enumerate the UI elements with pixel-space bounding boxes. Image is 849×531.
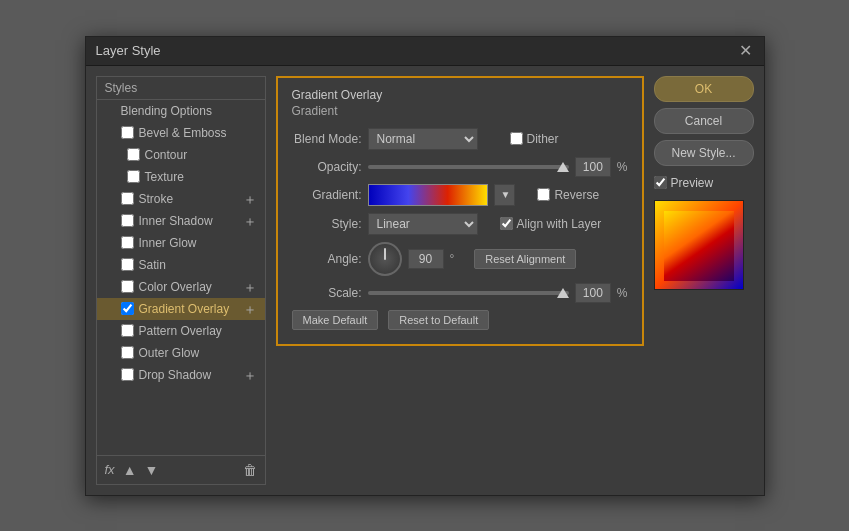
inner-glow-label: Inner Glow <box>139 236 197 250</box>
blend-mode-select[interactable]: Normal Multiply Screen Overlay <box>368 128 478 150</box>
scale-slider-container <box>368 291 569 295</box>
inner-glow-checkbox[interactable] <box>121 236 134 249</box>
align-with-layer-label: Align with Layer <box>517 217 602 231</box>
bevel-checkbox[interactable] <box>121 126 134 139</box>
color-overlay-label: Color Overlay <box>139 280 212 294</box>
opacity-label: Opacity: <box>292 160 362 174</box>
stroke-plus-icon[interactable]: ＋ <box>243 192 257 206</box>
opacity-slider-track <box>368 165 569 169</box>
opacity-input[interactable] <box>575 157 611 177</box>
texture-checkbox[interactable] <box>127 170 140 183</box>
reverse-checkbox[interactable] <box>537 188 550 201</box>
sidebar-item-gradient-overlay[interactable]: Gradient Overlay ＋ <box>97 298 265 320</box>
preview-checkbox[interactable] <box>654 176 667 189</box>
scale-pct: % <box>617 286 628 300</box>
satin-checkbox[interactable] <box>121 258 134 271</box>
section-bottom-buttons: Make Default Reset to Default <box>292 310 628 330</box>
texture-label: Texture <box>145 170 184 184</box>
contour-label: Contour <box>145 148 188 162</box>
sidebar-item-inner-shadow[interactable]: Inner Shadow ＋ <box>97 210 265 232</box>
sidebar-item-inner-glow[interactable]: Inner Glow <box>97 232 265 254</box>
scale-slider-thumb[interactable] <box>557 288 569 298</box>
fx-label: fx <box>105 462 115 477</box>
drop-shadow-plus-icon[interactable]: ＋ <box>243 368 257 382</box>
opacity-row: Opacity: % <box>292 157 628 177</box>
move-up-button[interactable]: ▲ <box>123 462 137 478</box>
gradient-overlay-label: Gradient Overlay <box>139 302 230 316</box>
bevel-label: Bevel & Emboss <box>139 126 227 140</box>
outer-glow-label: Outer Glow <box>139 346 200 360</box>
angle-dial[interactable] <box>368 242 402 276</box>
dither-label: Dither <box>527 132 559 146</box>
degree-symbol: ° <box>450 252 455 266</box>
contour-checkbox[interactable] <box>127 148 140 161</box>
align-with-layer-row: Align with Layer <box>500 217 602 231</box>
section-header: Gradient Overlay <box>292 88 628 102</box>
gradient-overlay-plus-icon[interactable]: ＋ <box>243 302 257 316</box>
pattern-overlay-checkbox[interactable] <box>121 324 134 337</box>
inner-shadow-checkbox[interactable] <box>121 214 134 227</box>
scale-label: Scale: <box>292 286 362 300</box>
preview-row: Preview <box>654 176 754 190</box>
make-default-button[interactable]: Make Default <box>292 310 379 330</box>
blend-mode-row: Blend Mode: Normal Multiply Screen Overl… <box>292 128 628 150</box>
layer-style-dialog: Layer Style ✕ Styles Blending Options Be… <box>85 36 765 496</box>
dither-checkbox[interactable] <box>510 132 523 145</box>
blend-mode-label: Blend Mode: <box>292 132 362 146</box>
gradient-overlay-checkbox[interactable] <box>121 302 134 315</box>
opacity-slider-container <box>368 165 569 169</box>
sidebar-item-pattern-overlay[interactable]: Pattern Overlay <box>97 320 265 342</box>
close-button[interactable]: ✕ <box>737 43 754 59</box>
reset-to-default-button[interactable]: Reset to Default <box>388 310 489 330</box>
move-down-button[interactable]: ▼ <box>144 462 158 478</box>
left-panel: Styles Blending Options Bevel & Emboss C… <box>96 76 266 485</box>
dither-row: Dither <box>510 132 559 146</box>
color-overlay-checkbox[interactable] <box>121 280 134 293</box>
angle-row: Angle: ° Reset Alignment <box>292 242 628 276</box>
left-panel-bottom: fx ▲ ▼ 🗑 <box>97 455 265 484</box>
gradient-bar[interactable] <box>368 184 488 206</box>
main-panel: Gradient Overlay Gradient Blend Mode: No… <box>276 76 644 485</box>
pattern-overlay-label: Pattern Overlay <box>139 324 222 338</box>
drop-shadow-checkbox[interactable] <box>121 368 134 381</box>
dialog-title: Layer Style <box>96 43 161 58</box>
gradient-dropdown[interactable]: ▼ <box>494 184 516 206</box>
scale-slider-track <box>368 291 569 295</box>
inner-shadow-plus-icon[interactable]: ＋ <box>243 214 257 228</box>
reverse-row: Reverse <box>537 188 599 202</box>
gradient-overlay-section: Gradient Overlay Gradient Blend Mode: No… <box>276 76 644 346</box>
right-panel: OK Cancel New Style... Preview <box>654 76 754 485</box>
satin-label: Satin <box>139 258 166 272</box>
align-with-layer-checkbox[interactable] <box>500 217 513 230</box>
delete-button[interactable]: 🗑 <box>243 462 257 478</box>
style-select[interactable]: Linear Radial Angle Reflected Diamond <box>368 213 478 235</box>
stroke-label: Stroke <box>139 192 174 206</box>
scale-input[interactable] <box>575 283 611 303</box>
sidebar-item-contour[interactable]: Contour <box>97 144 265 166</box>
sidebar-item-color-overlay[interactable]: Color Overlay ＋ <box>97 276 265 298</box>
style-label: Style: <box>292 217 362 231</box>
drop-shadow-label: Drop Shadow <box>139 368 212 382</box>
ok-button[interactable]: OK <box>654 76 754 102</box>
sidebar-item-outer-glow[interactable]: Outer Glow <box>97 342 265 364</box>
sidebar-item-satin[interactable]: Satin <box>97 254 265 276</box>
sidebar-item-stroke[interactable]: Stroke ＋ <box>97 188 265 210</box>
gradient-label: Gradient: <box>292 188 362 202</box>
sidebar-item-drop-shadow[interactable]: Drop Shadow ＋ <box>97 364 265 386</box>
blending-label: Blending Options <box>121 104 212 118</box>
sidebar-item-blending[interactable]: Blending Options <box>97 100 265 122</box>
reset-alignment-button[interactable]: Reset Alignment <box>474 249 576 269</box>
sidebar-item-bevel[interactable]: Bevel & Emboss <box>97 122 265 144</box>
sidebar-item-texture[interactable]: Texture <box>97 166 265 188</box>
cancel-button[interactable]: Cancel <box>654 108 754 134</box>
inner-shadow-label: Inner Shadow <box>139 214 213 228</box>
title-bar: Layer Style ✕ <box>86 37 764 66</box>
new-style-button[interactable]: New Style... <box>654 140 754 166</box>
stroke-checkbox[interactable] <box>121 192 134 205</box>
section-sub: Gradient <box>292 104 628 118</box>
outer-glow-checkbox[interactable] <box>121 346 134 359</box>
color-overlay-plus-icon[interactable]: ＋ <box>243 280 257 294</box>
angle-input[interactable] <box>408 249 444 269</box>
opacity-pct: % <box>617 160 628 174</box>
opacity-slider-thumb[interactable] <box>557 162 569 172</box>
